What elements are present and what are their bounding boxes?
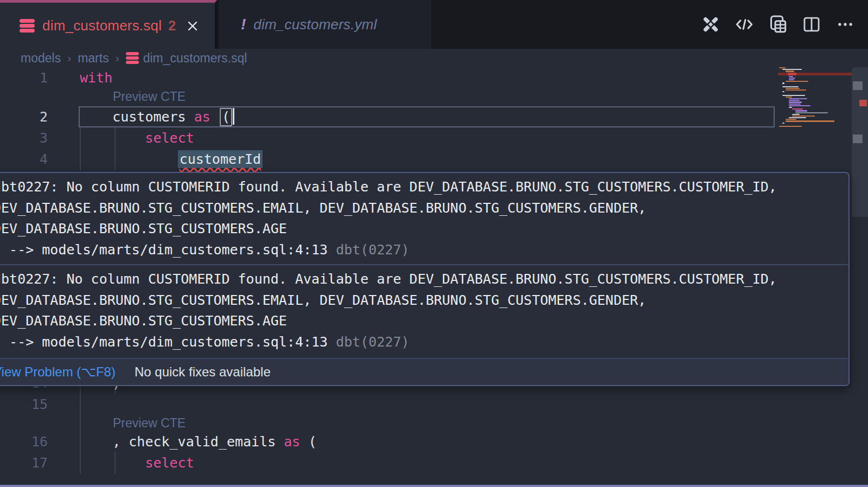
code-token (210, 109, 219, 125)
tab-problem-badge: 2 (168, 18, 176, 34)
error-message-line: dbt0227: No column CUSTOMERID found. Ava… (0, 177, 848, 198)
overview-ruler-error-mark (859, 100, 867, 106)
code-row[interactable]: 17 select (0, 452, 868, 473)
codelens-row[interactable]: Preview CTE (0, 88, 868, 106)
breadcrumb-models[interactable]: models (21, 51, 61, 66)
window-bottom-edge (0, 485, 868, 487)
code-line: select (80, 127, 194, 149)
minimap-row (778, 67, 852, 68)
split-editor-icon[interactable] (801, 14, 822, 35)
error-message-block: dbt0227: No column CUSTOMERID found. Ava… (0, 173, 848, 264)
chevron-right-icon: › (116, 52, 119, 65)
close-icon[interactable] (184, 18, 201, 34)
code-token: as (194, 109, 210, 125)
tab-dim-customers-sql[interactable]: dim_customers.sql 2 (0, 0, 217, 49)
line-number[interactable]: 1 (0, 67, 48, 88)
vertical-scrollbar[interactable] (852, 49, 868, 487)
codelens-preview-cte[interactable]: Preview CTE (113, 415, 186, 431)
minimap-row (778, 81, 852, 82)
code-icon[interactable] (733, 14, 755, 35)
line-number[interactable]: 16 (0, 431, 48, 452)
code-line: with (80, 67, 112, 88)
error-message-line: DEV_DATABASE.BRUNO.STG_CUSTOMERS.EMAIL, … (0, 290, 848, 311)
error-message-line: dbt0227: No column CUSTOMERID found. Ava… (0, 269, 848, 290)
minimap-row (778, 116, 852, 117)
tab-label: dim_customers.sql (42, 17, 162, 34)
code-row[interactable]: 16 , check_valid_emails as ( (0, 431, 868, 452)
minimap-row (778, 100, 852, 101)
minimap-row (778, 95, 852, 96)
breadcrumb-file[interactable]: dim_customers.sql (143, 51, 247, 66)
code-line: customers as ( (80, 106, 234, 127)
minimap-row (778, 126, 852, 127)
minimap-row (778, 71, 852, 72)
code-token: with (80, 70, 112, 86)
error-location-line: --> models/marts/dim_customers.sql:4:13 … (0, 332, 848, 353)
line-number[interactable]: 3 (0, 127, 48, 149)
code-row[interactable]: 1with (0, 67, 868, 88)
code-token: , check_valid_emails (80, 434, 284, 450)
line-number[interactable]: 4 (0, 149, 48, 170)
minimap-row (778, 91, 852, 92)
minimap-error-line (778, 73, 852, 75)
text-cursor (233, 108, 234, 125)
minimap-row (778, 105, 852, 106)
minimap-row (778, 101, 852, 102)
no-quick-fixes-label: No quick fixes available (135, 364, 271, 380)
minimap[interactable] (778, 67, 852, 132)
overview-ruler-mark (853, 81, 863, 90)
code-row[interactable]: 15 (0, 394, 868, 415)
database-icon (126, 52, 139, 64)
database-icon (20, 19, 35, 33)
preview-results-table-icon[interactable] (767, 14, 789, 35)
error-message-line: DEV_DATABASE.BRUNO.STG_CUSTOMERS.EMAIL, … (0, 198, 848, 219)
codelens-row[interactable]: Preview CTE (0, 415, 868, 431)
tab-label: dim_customers.yml (253, 16, 376, 33)
line-number[interactable]: 17 (0, 452, 48, 473)
more-actions-icon[interactable] (834, 14, 856, 35)
minimap-row (778, 104, 852, 105)
code-row[interactable]: 2 customers as ( (0, 106, 868, 127)
code-token: customers (80, 109, 194, 125)
error-location-line: --> models/marts/dim_customers.sql:4:13 … (0, 240, 848, 261)
view-problem-link[interactable]: View Problem (⌥F8) (0, 364, 116, 380)
tab-dim-customers-yml[interactable]: ! dim_customers.yml (219, 0, 431, 49)
dbt-logo-icon[interactable] (700, 14, 722, 35)
line-number[interactable]: 2 (0, 106, 48, 127)
code-token: select (145, 130, 194, 146)
codelens-preview-cte[interactable]: Preview CTE (113, 88, 186, 105)
vscode-editor-window: 1withPreview CTE2 customers as (3 select… (0, 0, 868, 487)
minimap-row (778, 79, 852, 80)
error-code: dbt(0227) (328, 334, 410, 350)
error-code: dbt(0227) (328, 242, 410, 258)
minimap-row (778, 69, 852, 70)
minimap-row (778, 110, 852, 111)
minimap-row (778, 93, 852, 94)
minimap-row (778, 76, 852, 77)
minimap-row (778, 82, 852, 84)
minimap-row (778, 78, 852, 79)
minimap-row (778, 107, 852, 108)
line-number[interactable]: 15 (0, 394, 48, 415)
error-hover-popup: dbt0227: No column CUSTOMERID found. Ava… (0, 172, 850, 386)
breadcrumb: models › marts › dim_customers.sql (0, 49, 868, 67)
breadcrumb-marts[interactable]: marts (78, 51, 109, 66)
error-message-line: DEV_DATABASE.BRUNO.STG_CUSTOMERS.AGE (0, 311, 848, 332)
minimap-row (778, 114, 852, 115)
code-row[interactable]: 3 select (0, 127, 868, 149)
minimap-row (778, 123, 852, 124)
hover-status-bar: View Problem (⌥F8) No quick fixes availa… (0, 358, 848, 385)
code-token: as (284, 434, 300, 450)
code-token (80, 455, 145, 471)
code-token: select (145, 455, 194, 471)
code-token (80, 130, 145, 146)
code-line: , check_valid_emails as ( (80, 431, 317, 452)
minimap-row (778, 117, 852, 118)
error-message-block: dbt0227: No column CUSTOMERID found. Ava… (0, 264, 848, 356)
minimap-row (778, 120, 852, 121)
chevron-right-icon: › (67, 52, 71, 65)
minimap-row (778, 89, 852, 91)
code-row[interactable]: 4 customerId (0, 149, 868, 170)
code-token: ( (300, 434, 316, 450)
minimap-row (778, 88, 852, 89)
